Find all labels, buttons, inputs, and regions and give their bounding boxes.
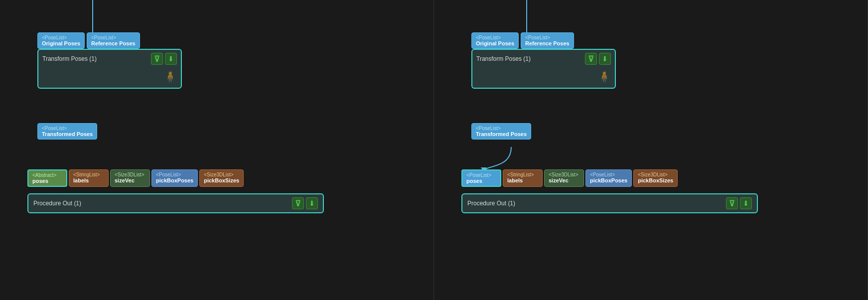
node-title: Transform Poses (1) — [42, 55, 97, 62]
port-type: <PoseList> — [156, 172, 193, 177]
proc-header: Procedure Out (1) — [462, 194, 757, 212]
port-type: <Size3DList> — [549, 172, 579, 177]
port-type: <Size3DList> — [204, 172, 239, 177]
proc-download-button-right[interactable] — [740, 197, 752, 209]
port-original-poses-left[interactable]: <PoseList> Original Poses — [37, 32, 85, 49]
left-panel: <PoseList> Original Poses <PoseList> Ref… — [0, 0, 434, 300]
port-type: <Abstract> — [32, 172, 62, 178]
port-type: <PoseList> — [476, 35, 514, 40]
port-name: sizeVec — [115, 177, 145, 183]
node-header: Transform Poses (1) — [38, 50, 181, 68]
port-type: <PoseList> — [42, 35, 80, 40]
port-type: <PoseList> — [590, 172, 627, 177]
port-type: <PoseList> — [525, 35, 570, 40]
port-name: pickBoxPoses — [156, 177, 193, 183]
port-type: <StringList> — [73, 172, 104, 177]
port-type: <StringList> — [507, 172, 538, 177]
port-pickboxsizes-left[interactable]: <Size3DList> pickBoxSizes — [199, 169, 244, 187]
procedure-out-node-left[interactable]: Procedure Out (1) — [27, 193, 324, 213]
port-transformed-poses-left[interactable]: <PoseList> Transformed Poses — [37, 123, 97, 140]
port-name: Reference Poses — [91, 40, 136, 46]
port-name: Transformed Poses — [42, 131, 93, 137]
top-arrow-right — [526, 0, 527, 34]
proc-header: Procedure Out (1) — [28, 194, 323, 212]
port-type: <PoseList> — [42, 126, 93, 131]
port-type: <PoseList> — [466, 172, 496, 178]
port-name: pickBoxSizes — [204, 177, 239, 183]
node-body: 🧍 — [472, 68, 615, 88]
proc-download-button-left[interactable] — [306, 197, 318, 209]
port-reference-poses-right[interactable]: <PoseList> Reference Poses — [521, 32, 574, 49]
port-labels-right[interactable]: <StringList> labels — [503, 169, 543, 187]
proc-ports-left: <Abstract> poses <StringList> labels <Si… — [27, 169, 244, 187]
chevron-button-left[interactable] — [151, 53, 163, 65]
port-type: <PoseList> — [91, 35, 136, 40]
port-poses-left[interactable]: <Abstract> poses — [27, 169, 67, 187]
proc-title: Procedure Out (1) — [33, 200, 81, 207]
port-pickboxsizes-right[interactable]: <Size3DList> pickBoxSizes — [633, 169, 678, 187]
port-labels-left[interactable]: <StringList> labels — [69, 169, 109, 187]
port-original-poses-right[interactable]: <PoseList> Original Poses — [471, 32, 519, 49]
transform-poses-node-left[interactable]: Transform Poses (1) 🧍 — [37, 49, 182, 89]
proc-chevron-button-right[interactable] — [726, 197, 738, 209]
node-body: 🧍 — [38, 68, 181, 88]
proc-title: Procedure Out (1) — [467, 200, 515, 207]
person-icon-left: 🧍 — [163, 70, 177, 83]
port-name: sizeVec — [549, 177, 579, 183]
person-icon-right: 🧍 — [597, 70, 611, 83]
proc-ports-right: <PoseList> poses <StringList> labels <Si… — [461, 169, 678, 187]
top-arrow-left — [92, 0, 93, 34]
port-transformed-poses-right[interactable]: <PoseList> Transformed Poses — [471, 123, 531, 140]
proc-chevron-button-left[interactable] — [292, 197, 304, 209]
node-header: Transform Poses (1) — [472, 50, 615, 68]
port-type: <PoseList> — [476, 126, 527, 131]
port-name: Original Poses — [476, 40, 514, 46]
port-reference-poses-left[interactable]: <PoseList> Reference Poses — [87, 32, 140, 49]
input-ports-right: <PoseList> Original Poses <PoseList> Ref… — [471, 32, 574, 49]
port-name: Original Poses — [42, 40, 80, 46]
port-pickboxposes-right[interactable]: <PoseList> pickBoxPoses — [585, 169, 632, 187]
port-name: Transformed Poses — [476, 131, 527, 137]
port-sizevec-right[interactable]: <Size3DList> sizeVec — [544, 169, 584, 187]
port-pickboxposes-left[interactable]: <PoseList> pickBoxPoses — [151, 169, 198, 187]
port-name: labels — [507, 177, 538, 183]
port-poses-right[interactable]: <PoseList> poses — [461, 169, 501, 187]
input-ports-left: <PoseList> Original Poses <PoseList> Ref… — [37, 32, 140, 49]
download-button-right[interactable] — [599, 53, 611, 65]
port-name: labels — [73, 177, 104, 183]
port-name: poses — [32, 178, 62, 184]
node-title: Transform Poses (1) — [476, 55, 531, 62]
port-sizevec-left[interactable]: <Size3DList> sizeVec — [110, 169, 150, 187]
chevron-button-right[interactable] — [585, 53, 597, 65]
right-panel: <PoseList> Original Poses <PoseList> Ref… — [434, 0, 868, 300]
procedure-out-node-right[interactable]: Procedure Out (1) — [461, 193, 758, 213]
port-name: pickBoxPoses — [590, 177, 627, 183]
port-type: <Size3DList> — [115, 172, 145, 177]
transform-poses-node-right[interactable]: Transform Poses (1) 🧍 — [471, 49, 616, 89]
port-name: Reference Poses — [525, 40, 570, 46]
port-type: <Size3DList> — [638, 172, 673, 177]
port-name: poses — [466, 178, 496, 184]
port-name: pickBoxSizes — [638, 177, 673, 183]
download-button-left[interactable] — [165, 53, 177, 65]
